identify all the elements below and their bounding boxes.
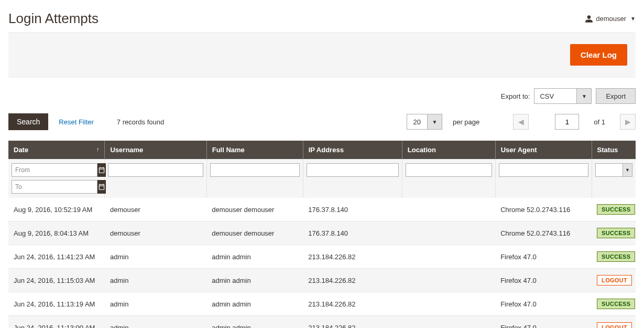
search-button[interactable]: Search <box>8 113 48 130</box>
cell-username: admin <box>105 269 206 292</box>
filter-status-select[interactable]: ▼ <box>595 163 632 177</box>
cell-username: admin <box>105 316 206 329</box>
cell-username: demouser <box>105 198 206 221</box>
clear-log-button[interactable]: Clear Log <box>570 44 627 66</box>
cell-ip: 176.37.8.140 <box>303 221 402 245</box>
cell-date: Jun 24, 2016, 11:41:23 AM <box>8 245 105 269</box>
cell-ip: 213.184.226.82 <box>303 316 402 329</box>
per-page-label: per page <box>453 118 479 126</box>
cell-ip: 213.184.226.82 <box>303 292 402 316</box>
user-name: demouser <box>596 15 626 23</box>
col-header-fullname[interactable]: Full Name <box>206 141 303 159</box>
cell-fullname: admin admin <box>206 269 303 292</box>
cell-status: SUCCESS <box>592 198 636 221</box>
cell-status: SUCCESS <box>592 292 636 316</box>
cell-status: LOGOUT <box>592 316 636 329</box>
cell-location <box>402 269 495 292</box>
cell-ip: 176.37.8.140 <box>303 198 402 221</box>
cell-fullname: admin admin <box>206 316 303 329</box>
caret-down-icon: ▼ <box>630 16 636 22</box>
cell-fullname: demouser demouser <box>206 221 303 245</box>
filter-agent[interactable] <box>499 163 588 177</box>
col-header-agent[interactable]: User Agent <box>495 141 592 159</box>
filter-date-to[interactable] <box>12 180 97 194</box>
table-row[interactable]: Jun 24, 2016, 11:41:23 AMadminadmin admi… <box>8 245 636 269</box>
export-format-select[interactable]: CSV ▼ <box>534 88 592 104</box>
status-badge: LOGOUT <box>597 322 632 328</box>
cell-location <box>402 245 495 269</box>
col-header-date[interactable]: Date↑ <box>8 141 105 159</box>
filter-date-from[interactable] <box>12 163 97 177</box>
of-label: of 1 <box>594 118 605 126</box>
col-header-ip[interactable]: IP Address <box>303 141 402 159</box>
calendar-icon[interactable] <box>97 163 106 177</box>
current-page-input[interactable] <box>555 114 579 130</box>
cell-location <box>402 198 495 221</box>
action-bar: Clear Log <box>8 32 636 78</box>
cell-fullname: admin admin <box>206 245 303 269</box>
filter-row: ▼ <box>8 159 636 198</box>
cell-status: LOGOUT <box>592 269 636 292</box>
cell-date: Jun 24, 2016, 11:13:19 AM <box>8 292 105 316</box>
table-row[interactable]: Aug 9, 2016, 10:52:19 AMdemouserdemouser… <box>8 198 636 221</box>
chevron-down-icon: ▼ <box>623 164 632 176</box>
filter-fullname[interactable] <box>210 163 300 177</box>
table-row[interactable]: Jun 24, 2016, 11:15:03 AMadminadmin admi… <box>8 269 636 292</box>
cell-date: Jun 24, 2016, 11:13:00 AM <box>8 316 105 329</box>
cell-fullname: demouser demouser <box>206 198 303 221</box>
cell-username: admin <box>105 292 206 316</box>
table-row[interactable]: Aug 9, 2016, 8:04:13 AMdemouserdemouser … <box>8 221 636 245</box>
cell-date: Aug 9, 2016, 10:52:19 AM <box>8 198 105 221</box>
filter-location[interactable] <box>406 163 492 177</box>
cell-username: demouser <box>105 221 206 245</box>
col-header-username[interactable]: Username <box>105 141 206 159</box>
filter-username[interactable] <box>108 163 203 177</box>
status-badge: LOGOUT <box>597 275 632 285</box>
records-found: 7 records found <box>117 118 164 126</box>
filter-ip[interactable] <box>307 163 399 177</box>
table-row[interactable]: Jun 24, 2016, 11:13:00 AMadminadmin admi… <box>8 316 636 329</box>
cell-date: Jun 24, 2016, 11:15:03 AM <box>8 269 105 292</box>
cell-location <box>402 316 495 329</box>
cell-username: admin <box>105 245 206 269</box>
cell-date: Aug 9, 2016, 8:04:13 AM <box>8 221 105 245</box>
status-badge: SUCCESS <box>597 251 635 262</box>
sort-asc-icon: ↑ <box>96 146 100 152</box>
cell-agent: Chrome 52.0.2743.116 <box>495 198 592 221</box>
user-icon <box>585 15 593 23</box>
col-header-status[interactable]: Status <box>592 141 636 159</box>
export-label: Export to: <box>501 92 530 100</box>
table-row[interactable]: Jun 24, 2016, 11:13:19 AMadminadmin admi… <box>8 292 636 316</box>
cell-status: SUCCESS <box>592 245 636 269</box>
status-badge: SUCCESS <box>597 204 635 215</box>
cell-fullname: admin admin <box>206 292 303 316</box>
export-button[interactable]: Export <box>596 88 636 104</box>
cell-location <box>402 221 495 245</box>
user-menu[interactable]: demouser ▼ <box>585 15 636 23</box>
cell-agent: Firefox 47.0 <box>495 292 592 316</box>
chevron-down-icon: ▼ <box>576 89 591 103</box>
cell-ip: 213.184.226.82 <box>303 245 402 269</box>
page-size-value: 20 <box>407 114 427 129</box>
cell-status: SUCCESS <box>592 221 636 245</box>
status-badge: SUCCESS <box>597 299 635 309</box>
cell-ip: 213.184.226.82 <box>303 269 402 292</box>
chevron-down-icon: ▼ <box>427 114 442 129</box>
cell-agent: Chrome 52.0.2743.116 <box>495 221 592 245</box>
calendar-icon[interactable] <box>97 180 106 194</box>
cell-agent: Firefox 47.0 <box>495 316 592 329</box>
status-badge: SUCCESS <box>597 228 635 238</box>
cell-agent: Firefox 47.0 <box>495 245 592 269</box>
col-header-location[interactable]: Location <box>402 141 495 159</box>
login-attempts-grid: Date↑ Username Full Name IP Address Loca… <box>8 141 636 328</box>
cell-agent: Firefox 47.0 <box>495 269 592 292</box>
reset-filter-link[interactable]: Reset Filter <box>59 118 93 126</box>
page-size-select[interactable]: 20 ▼ <box>407 114 442 130</box>
export-format-value: CSV <box>534 89 576 103</box>
page-title: Login Attempts <box>8 10 99 27</box>
cell-location <box>402 292 495 316</box>
prev-page-button[interactable]: ◀ <box>513 114 529 130</box>
next-page-button[interactable]: ▶ <box>620 114 636 130</box>
